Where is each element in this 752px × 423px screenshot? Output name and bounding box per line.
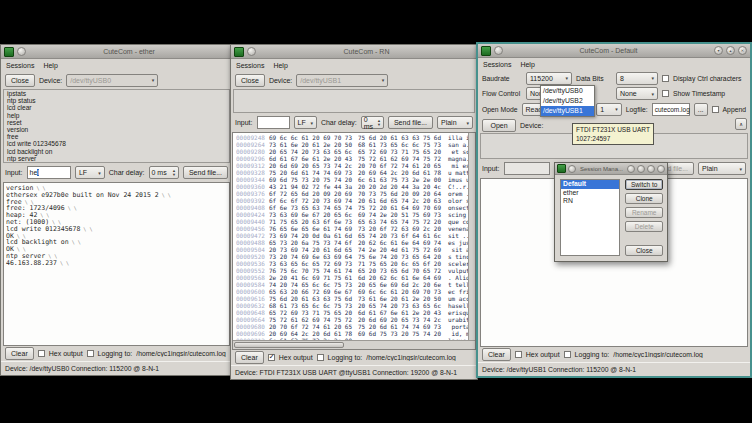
display-ctrl-checkbox[interactable] [662, 75, 669, 82]
close-dialog-button[interactable]: Close [625, 245, 663, 256]
window-menu-button[interactable] [17, 47, 26, 56]
horizontal-scrollbar[interactable] [233, 340, 475, 349]
device-dropdown-list[interactable]: /dev/ttyUSB0/dev/ttyUSB2/dev/ttyUSB1 [540, 85, 595, 117]
spinner-arrows-icon[interactable]: ▲▼ [377, 119, 381, 126]
device-combo[interactable]: /dev/ttyUSB1 [296, 74, 388, 87]
open-connection-button[interactable]: Open [482, 119, 516, 132]
append-checkbox[interactable] [712, 106, 719, 113]
scrollbar-thumb[interactable] [234, 342, 344, 348]
line-ending-combo[interactable]: LF [75, 166, 105, 179]
menu-sessions[interactable]: Sessions [483, 61, 511, 68]
history-item[interactable]: ntp status [4, 97, 229, 104]
command-input[interactable] [257, 116, 290, 129]
hex-output-view[interactable]: 0000924869 6c 6c 61 20 69 70 7375 6d 20 … [232, 132, 476, 350]
clone-button[interactable]: Clone [625, 193, 663, 204]
history-item[interactable]: lcd write 012345678 [4, 140, 229, 147]
minimize-button[interactable]: ▾ [714, 46, 723, 55]
close-connection-button[interactable]: Close [235, 74, 265, 87]
menu-sessions[interactable]: Sessions [236, 62, 264, 69]
minimize-button[interactable] [637, 165, 645, 173]
logfile-browse-button[interactable]: ... [694, 103, 708, 116]
logging-checkbox[interactable] [317, 354, 324, 361]
char-delay-spinner[interactable]: 0 ms▲▼ [149, 166, 179, 179]
hex-output-checkbox[interactable] [38, 350, 45, 357]
history-item[interactable]: free [4, 133, 229, 140]
device-option[interactable]: /dev/ttyUSB1 [541, 106, 594, 116]
stop-bits-combo[interactable]: 1 [596, 103, 621, 116]
hex-row: 0000936043 21 94 02 72 fe 44 3a20 20 2d … [236, 183, 475, 190]
show-timestamp-checkbox[interactable] [662, 90, 669, 97]
device-option[interactable]: /dev/ttyUSB0 [541, 86, 594, 96]
settings-row-1: Baudrate 115200 Data Bits 8 Display Ctrl… [478, 71, 750, 85]
output-line: lcd write 012345678 \ \ [6, 226, 227, 233]
history-item[interactable]: reset [4, 119, 229, 126]
window-menu-button[interactable] [494, 46, 503, 55]
send-file-button[interactable]: Send file... [388, 116, 433, 129]
databits-combo[interactable]: 8 [616, 72, 658, 85]
maximize-button[interactable]: ▴ [726, 46, 735, 55]
history-item[interactable]: version [4, 126, 229, 133]
command-history-list[interactable]: ipstatsntp statuslcd clearhelpresetversi… [3, 89, 230, 163]
logfile-field[interactable]: cutecom.log [652, 103, 690, 116]
hex-output-checkbox[interactable] [268, 354, 275, 361]
menu-help[interactable]: Help [43, 62, 57, 69]
display-ctrl-label: Display Ctrl characters [673, 75, 741, 82]
menu-help[interactable]: Help [273, 62, 287, 69]
spinner-arrows-icon[interactable]: ▲▼ [172, 169, 176, 176]
logging-checkbox[interactable] [87, 350, 94, 357]
char-delay-spinner[interactable]: 0 ms▲▼ [361, 116, 384, 129]
rename-button[interactable]: Rename [625, 207, 663, 218]
line-ending-combo[interactable]: LF [294, 116, 317, 129]
hex-row: 0000934469 6d 75 73 20 75 74 206c 61 63 … [236, 176, 475, 183]
history-item[interactable]: help [4, 112, 229, 119]
command-input[interactable]: hel [27, 166, 71, 179]
pin-button[interactable] [627, 165, 635, 173]
window-cutecom-ether: CuteCom - ether Sessions Help Close Devi… [0, 44, 233, 376]
vertical-scrollbar[interactable] [468, 133, 475, 341]
titlebar[interactable]: CuteCom - RN [231, 45, 477, 59]
history-item[interactable]: lcd backlight on [4, 148, 229, 155]
logfile-label: Logfile: [626, 106, 648, 113]
clear-button[interactable]: Clear [5, 347, 34, 360]
session-item[interactable]: ether [561, 189, 619, 198]
command-input[interactable] [504, 162, 550, 175]
output-line: ethersex e927b0e built on Nov 24 2015 2 … [6, 192, 227, 199]
menu-sessions[interactable]: Sessions [6, 62, 34, 69]
hex-output-label: Hex output [279, 354, 313, 361]
hex-row: 0000948865 73 20 6a 75 73 74 6f20 62 6c … [236, 239, 475, 246]
menu-help[interactable]: Help [520, 61, 534, 68]
parity-combo[interactable]: None [616, 87, 658, 100]
history-item[interactable]: ntp server [4, 155, 229, 162]
send-file-button[interactable]: Send file... [183, 166, 228, 179]
session-list[interactable]: DefaultetherRN [560, 179, 620, 256]
delete-button[interactable]: Delete [625, 221, 663, 232]
display-mode-combo[interactable]: Plain [698, 162, 746, 175]
history-item[interactable]: ipstats [4, 90, 229, 97]
logging-checkbox[interactable] [564, 351, 571, 358]
window-menu-button[interactable] [568, 165, 576, 173]
display-mode-combo[interactable]: Plain [437, 116, 473, 129]
session-item[interactable]: Default [561, 180, 619, 189]
session-item[interactable]: RN [561, 197, 619, 206]
clear-button[interactable]: Clear [235, 351, 264, 364]
titlebar[interactable]: CuteCom - Default ▾ ▴ ✕ [478, 44, 750, 58]
device-combo[interactable]: /dev/ttyUSB0 [66, 74, 158, 87]
command-history-list[interactable] [233, 89, 475, 113]
dialog-titlebar[interactable]: Session Mana... [555, 163, 667, 175]
append-label: Append [723, 106, 746, 113]
switch-to-button[interactable]: Switch to [625, 179, 663, 190]
titlebar[interactable]: CuteCom - ether [1, 45, 232, 59]
collapse-settings-button[interactable]: ∧ [735, 118, 747, 130]
history-item[interactable]: lcd clear [4, 104, 229, 111]
close-connection-button[interactable]: Close [5, 74, 35, 87]
baudrate-combo[interactable]: 115200 [526, 72, 572, 85]
hex-row: 0000928020 65 74 20 73 63 65 6c65 72 69 … [236, 148, 475, 155]
close-button[interactable] [657, 165, 665, 173]
hex-output-checkbox[interactable] [515, 351, 522, 358]
close-button[interactable]: ✕ [738, 46, 747, 55]
maximize-button[interactable] [647, 165, 655, 173]
window-menu-button[interactable] [247, 47, 256, 56]
terminal-output[interactable]: version \ \ethersex e927b0e built on Nov… [3, 182, 230, 346]
device-option[interactable]: /dev/ttyUSB2 [541, 96, 594, 106]
clear-button[interactable]: Clear [482, 348, 511, 361]
